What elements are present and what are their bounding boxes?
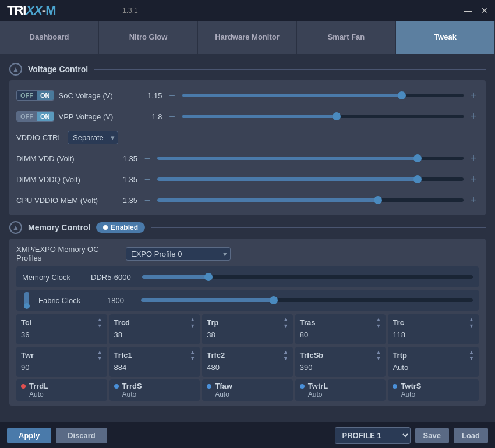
- memory-clock-slider[interactable]: [142, 275, 473, 279]
- memory-clock-thumb[interactable]: [204, 273, 213, 281]
- cpu-vddio-slider[interactable]: [157, 198, 464, 202]
- dimm-vdd-value: 1.35: [114, 154, 137, 163]
- soc-voltage-decrease[interactable]: −: [167, 90, 178, 102]
- timing-trcd-value: 38: [114, 330, 196, 339]
- memory-control-panel: XMP/EXPO Memory OC Profiles EXPO Profile…: [9, 239, 486, 406]
- timing-twtrs-name: TwtrS: [401, 382, 421, 390]
- timing-trcd-down[interactable]: ▼: [190, 323, 195, 329]
- timing-trp-value: 38: [207, 330, 288, 339]
- cpu-vddio-thumb[interactable]: [374, 196, 382, 204]
- timing-trp-down[interactable]: ▼: [283, 323, 288, 329]
- timing-trcd-arrows[interactable]: ▲ ▼: [190, 317, 195, 329]
- dimm-vdd-decrease[interactable]: −: [142, 152, 153, 165]
- timing-trc-up[interactable]: ▲: [469, 317, 474, 323]
- vpp-voltage-increase[interactable]: +: [468, 111, 479, 123]
- timing-trfc2-down[interactable]: ▼: [283, 355, 288, 362]
- memory-enabled-toggle[interactable]: Enabled: [96, 222, 145, 233]
- timing-tcl-arrows[interactable]: ▲ ▼: [97, 317, 102, 329]
- tab-smart-fan[interactable]: Smart Fan: [297, 21, 396, 54]
- xmp-select[interactable]: EXPO Profile 0 XMP Profile 1 XMP Profile…: [126, 247, 231, 261]
- soc-toggle-on[interactable]: ON: [37, 91, 54, 100]
- dimm-vddq-label: DIMM VDDQ (Volt): [16, 175, 109, 184]
- window-controls: — ✕: [462, 5, 490, 16]
- memory-clock-value: DDR5-6000: [91, 273, 137, 282]
- timing-trfc1-down[interactable]: ▼: [190, 355, 195, 362]
- tab-dashboard[interactable]: Dashboard: [0, 21, 99, 54]
- timing-tras-arrows[interactable]: ▲ ▼: [376, 317, 381, 329]
- titlebar: TRIXX-M 1.3.1 — ✕: [0, 0, 495, 21]
- cpu-vddio-decrease[interactable]: −: [142, 194, 153, 207]
- footer: Apply Discard PROFILE 1 PROFILE 2 PROFIL…: [0, 422, 495, 448]
- fabric-vert-indicator: [22, 292, 31, 308]
- timing-twtrs-value: Auto: [401, 390, 421, 399]
- timing-trp-up[interactable]: ▲: [283, 317, 288, 323]
- timing-twr: Twr ▲ ▼ 90: [16, 347, 107, 377]
- close-button[interactable]: ✕: [479, 5, 490, 16]
- dimm-vddq-slider[interactable]: [157, 177, 464, 181]
- timing-tcl-down[interactable]: ▼: [97, 323, 102, 329]
- dimm-vdd-thumb[interactable]: [413, 154, 422, 162]
- main-content: ▲ Voltage Control OFF ON SoC Voltage (V)…: [0, 54, 495, 422]
- dimm-vddq-thumb[interactable]: [413, 175, 422, 183]
- tab-tweak[interactable]: Tweak: [396, 21, 495, 54]
- timing-trcd-up[interactable]: ▲: [190, 317, 195, 323]
- cpu-vddio-increase[interactable]: +: [468, 194, 479, 207]
- timing-tfaw-name: Tfaw: [215, 382, 232, 390]
- dimm-vdd-increase[interactable]: +: [468, 152, 479, 165]
- dimm-vddq-decrease[interactable]: −: [142, 173, 153, 186]
- minimize-button[interactable]: —: [462, 5, 474, 16]
- vpp-voltage-thumb[interactable]: [333, 112, 341, 120]
- timing-twr-up[interactable]: ▲: [97, 349, 102, 355]
- timing-trfcsb-down[interactable]: ▼: [376, 355, 381, 362]
- timing-trfcsb-up[interactable]: ▲: [376, 349, 381, 355]
- vpp-voltage-value: 1.8: [139, 112, 162, 121]
- soc-voltage-increase[interactable]: +: [468, 90, 479, 102]
- voltage-collapse-button[interactable]: ▲: [9, 63, 22, 76]
- nav-tabs: Dashboard Nitro Glow Hardware Monitor Sm…: [0, 21, 495, 54]
- vpp-toggle-off[interactable]: OFF: [17, 112, 37, 121]
- timing-trfcsb: TrfcSb ▲ ▼ 390: [295, 347, 386, 377]
- timing-tras-up[interactable]: ▲: [376, 317, 381, 323]
- soc-voltage-thumb[interactable]: [398, 91, 406, 99]
- discard-button[interactable]: Discard: [56, 428, 107, 443]
- memory-clock-row: Memory Clock DDR5-6000: [16, 266, 479, 287]
- vpp-toggle-on[interactable]: ON: [37, 112, 54, 121]
- vpp-voltage-decrease[interactable]: −: [167, 111, 178, 123]
- timing-trfc1-up[interactable]: ▲: [190, 349, 195, 355]
- xmp-row: XMP/EXPO Memory OC Profiles EXPO Profile…: [16, 243, 479, 264]
- apply-button[interactable]: Apply: [7, 428, 51, 443]
- memory-collapse-button[interactable]: ▲: [9, 221, 22, 234]
- timing-trtp-down[interactable]: ▼: [469, 355, 474, 362]
- timing-trcd-name: Trcd: [114, 318, 130, 327]
- timing-trp: Trp ▲ ▼ 38: [202, 314, 293, 344]
- profile-select[interactable]: PROFILE 1 PROFILE 2 PROFILE 3: [335, 427, 411, 444]
- timing-trc-arrows[interactable]: ▲ ▼: [469, 317, 474, 329]
- timing-trc-down[interactable]: ▼: [469, 323, 474, 329]
- timing-tcl-value: 36: [21, 330, 102, 339]
- timing-trp-arrows[interactable]: ▲ ▼: [283, 317, 288, 329]
- tab-nitro-glow[interactable]: Nitro Glow: [99, 21, 198, 54]
- vpp-toggle-group[interactable]: OFF ON: [16, 111, 54, 122]
- timing-trtp-up[interactable]: ▲: [469, 349, 474, 355]
- timing-trrdl-dot: [21, 384, 26, 389]
- dimm-vddq-increase[interactable]: +: [468, 173, 479, 186]
- soc-toggle-group[interactable]: OFF ON: [16, 90, 54, 101]
- save-button[interactable]: Save: [415, 428, 449, 443]
- vpp-voltage-slider[interactable]: [182, 115, 464, 118]
- memory-clock-label: Memory Clock: [22, 273, 86, 282]
- memory-section-divider: [151, 227, 486, 228]
- dimm-vdd-slider[interactable]: [157, 157, 464, 160]
- timing-tras-down[interactable]: ▼: [376, 323, 381, 329]
- timing-twr-down[interactable]: ▼: [97, 355, 102, 362]
- soc-toggle-off[interactable]: OFF: [17, 91, 37, 100]
- soc-voltage-slider[interactable]: [182, 94, 464, 97]
- load-button[interactable]: Load: [454, 428, 488, 443]
- timing-tfaw-dot: [207, 384, 211, 389]
- vddio-select[interactable]: Separate Unified: [68, 131, 118, 144]
- fabric-clock-slider[interactable]: [141, 298, 473, 302]
- timing-tcl-up[interactable]: ▲: [97, 317, 102, 323]
- tab-hardware-monitor[interactable]: Hardware Monitor: [198, 21, 297, 54]
- timing-trfc2-up[interactable]: ▲: [283, 349, 288, 355]
- dimm-vddq-fill: [157, 177, 418, 181]
- fabric-clock-thumb[interactable]: [270, 296, 278, 304]
